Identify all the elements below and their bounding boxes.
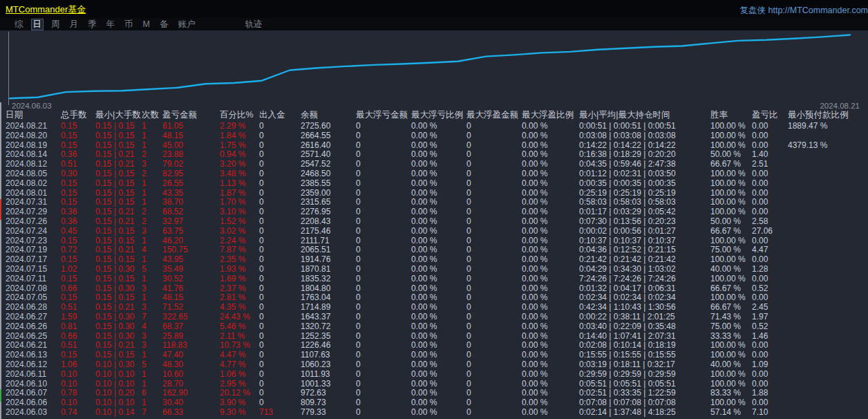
col-header-min-max-lots[interactable]: 最小|大手数 [95, 109, 142, 122]
cell-pnl-amount: 10.60 [162, 370, 220, 380]
table-row[interactable]: 2024.06.030.740.10 | 0.14766.339.30 %713… [0, 408, 868, 418]
tab-季[interactable]: 季 [86, 19, 99, 30]
table-row[interactable]: 2024.08.200.150.15 | 0.15148.151.84 %026… [0, 131, 868, 141]
col-header-balance[interactable]: 余额 [301, 109, 356, 122]
cell-hold-time: 0:00:51 | 0:00:51 | 0:00:51 [579, 122, 710, 131]
cell-pnl-ratio: 2.58 [752, 217, 788, 227]
table-row[interactable]: 2024.06.110.100.10 | 0.10110.601.06 %010… [0, 370, 868, 380]
cell-total-lots: 0.36 [61, 150, 95, 160]
cell-hold-time: 0:42:34 | 1:10:43 | 1:30:56 [579, 303, 710, 313]
table-row[interactable]: 2024.06.210.510.15 | 0.213118.8310.73 %0… [0, 341, 868, 351]
col-header-cash-flow[interactable]: 出入金 [259, 109, 301, 122]
cell-hold-time: 0:02:51 | 0:33:35 | 1:22:59 [579, 389, 710, 398]
col-header-max-float-loss[interactable]: 最大浮亏金额 [356, 109, 411, 122]
table-row[interactable]: 2024.06.100.100.10 | 0.10128.702.95 %010… [0, 380, 868, 389]
cell-max-float-loss: 0 [356, 122, 411, 131]
table-row[interactable]: 2024.08.190.150.15 | 0.15145.001.75 %026… [0, 141, 868, 151]
table-row[interactable]: 2024.08.020.150.15 | 0.15126.551.13 %023… [0, 179, 868, 189]
cell-cash-flow: 0 [259, 141, 301, 151]
col-header-pnl-ratio[interactable]: 盈亏比 [752, 109, 788, 122]
cell-pnl-ratio: 0.00 [752, 189, 788, 198]
cell-balance: 2725.60 [301, 122, 356, 131]
cell-max-float-loss-pct: 0.00 % [411, 332, 466, 342]
cell-date: 2024.07.23 [6, 236, 61, 246]
table-row[interactable]: 2024.07.170.150.15 | 0.15143.952.35 %019… [0, 255, 868, 265]
col-header-pnl-amount[interactable]: 盈亏金额 [162, 109, 220, 122]
cell-max-float-loss-pct: 0.00 % [411, 293, 466, 303]
cell-min-max-lots: 0.15 | 0.30 [95, 265, 142, 274]
brand-link[interactable]: 复盘侠 http://MTCommander.com [740, 5, 868, 17]
table-row[interactable]: 2024.06.070.780.10 | 0.206162.9020.12 %0… [0, 389, 868, 398]
table-row[interactable]: 2024.06.260.810.15 | 0.30468.375.46 %013… [0, 322, 868, 332]
col-header-max-float-profit-pct[interactable]: 最大浮盈比例 [522, 109, 579, 122]
col-header-min-margin-pct[interactable]: 最小预付款比例 [788, 109, 868, 122]
cell-max-float-profit: 0 [466, 313, 522, 322]
cell-pnl-amount: 162.90 [162, 389, 220, 398]
col-header-percent[interactable]: 百分比% [220, 109, 259, 122]
table-row[interactable]: 2024.07.240.450.15 | 0.15363.753.02 %021… [0, 227, 868, 236]
cell-min-max-lots: 0.15 | 0.15 [95, 293, 142, 303]
cell-cash-flow: 0 [259, 341, 301, 351]
cell-percent: 10.73 % [220, 341, 259, 351]
cell-win-rate: 100.00 % [710, 141, 752, 151]
table-row[interactable]: 2024.07.110.150.15 | 0.15130.521.69 %018… [0, 274, 868, 284]
table-row[interactable]: 2024.06.250.660.15 | 0.30325.892.11 %012… [0, 332, 868, 342]
table-row[interactable]: 2024.07.230.150.15 | 0.15146.202.24 %021… [0, 236, 868, 246]
cell-min-max-lots: 0.15 | 0.15 [95, 236, 142, 246]
tab-币[interactable]: 币 [122, 19, 135, 30]
cell-max-float-profit: 0 [466, 179, 522, 189]
table-row[interactable]: 2024.06.060.100.10 | 0.10130.403.90 %080… [0, 398, 868, 408]
table-row[interactable]: 2024.08.120.510.15 | 0.21379.023.20 %025… [0, 160, 868, 169]
table-row[interactable]: 2024.08.210.150.15 | 0.15161.052.29 %027… [0, 122, 868, 131]
cell-cash-flow: 0 [259, 303, 301, 313]
cell-max-float-loss-pct: 0.00 % [411, 303, 466, 313]
tab-备[interactable]: 备 [158, 19, 171, 30]
cell-max-float-loss-pct: 0.00 % [411, 284, 466, 294]
cell-hold-time: 0:01:12 | 0:02:31 | 0:03:50 [579, 169, 710, 179]
app-title-link[interactable]: MTCommander基金 [6, 3, 86, 16]
tab-轨迹[interactable]: 轨迹 [243, 19, 264, 30]
col-header-hold-time[interactable]: 最小|平均|最大持仓时间 [579, 109, 710, 122]
table-row[interactable]: 2024.06.280.510.15 | 0.21371.524.35 %017… [0, 303, 868, 313]
cell-percent: 1.13 % [220, 179, 259, 189]
table-row[interactable]: 2024.06.271.590.15 | 0.307322.6524.43 %0… [0, 313, 868, 322]
col-header-date[interactable]: 日期 [6, 109, 61, 122]
cell-date: 2024.08.19 [6, 141, 61, 151]
cell-count: 4 [142, 245, 162, 255]
cell-min-margin-pct [788, 303, 868, 313]
cell-percent: 3.48 % [220, 169, 259, 179]
tab-周[interactable]: 周 [49, 19, 62, 30]
table-row[interactable]: 2024.06.130.150.15 | 0.15147.404.47 %011… [0, 351, 868, 360]
table-row[interactable]: 2024.07.050.150.15 | 0.15148.152.81 %017… [0, 293, 868, 303]
cell-win-rate: 75.00 % [710, 245, 752, 255]
tab-M[interactable]: M [141, 19, 152, 30]
table-row[interactable]: 2024.07.310.150.15 | 0.15138.701.70 %023… [0, 198, 868, 207]
tab-综[interactable]: 综 [12, 19, 26, 30]
table-row[interactable]: 2024.08.010.150.15 | 0.15143.351.87 %023… [0, 189, 868, 198]
cell-total-lots: 0.15 [61, 131, 95, 141]
table-row[interactable]: 2024.07.260.360.15 | 0.21232.971.52 %022… [0, 217, 868, 227]
col-header-max-float-profit[interactable]: 最大浮盈金额 [466, 109, 522, 122]
table-row[interactable]: 2024.07.080.660.15 | 0.30341.762.37 %018… [0, 284, 868, 294]
cell-max-float-loss-pct: 0.00 % [411, 122, 466, 131]
tab-月[interactable]: 月 [68, 19, 81, 30]
table-row[interactable]: 2024.08.050.300.15 | 0.15282.953.48 %024… [0, 169, 868, 179]
col-header-max-float-loss-pct[interactable]: 最大浮亏比例 [411, 109, 466, 122]
table-row[interactable]: 2024.07.151.020.15 | 0.30535.491.93 %018… [0, 265, 868, 274]
tab-日[interactable]: 日 [31, 19, 44, 30]
table-row[interactable]: 2024.06.121.060.10 | 0.30548.304.77 %010… [0, 360, 868, 370]
col-header-total-lots[interactable]: 总手数 [61, 109, 95, 122]
cell-max-float-loss-pct: 0.00 % [411, 370, 466, 380]
cell-hold-time: 0:02:34 | 0:02:34 | 0:02:34 [579, 293, 710, 303]
col-header-count[interactable]: 次数 [142, 109, 162, 122]
tab-年[interactable]: 年 [104, 19, 117, 30]
table-row[interactable]: 2024.08.140.360.15 | 0.21223.880.94 %025… [0, 150, 868, 160]
col-header-win-rate[interactable]: 胜率 [710, 109, 752, 122]
cell-pnl-ratio: 0.00 [752, 179, 788, 189]
cell-min-max-lots: 0.15 | 0.21 [95, 303, 142, 313]
table-row[interactable]: 2024.07.190.720.15 | 0.214150.757.87 %02… [0, 245, 868, 255]
tab-账户[interactable]: 账户 [176, 19, 197, 30]
cell-min-margin-pct [788, 179, 868, 189]
table-row[interactable]: 2024.07.290.360.15 | 0.21268.523.10 %022… [0, 207, 868, 217]
cell-balance: 2065.51 [301, 245, 356, 255]
